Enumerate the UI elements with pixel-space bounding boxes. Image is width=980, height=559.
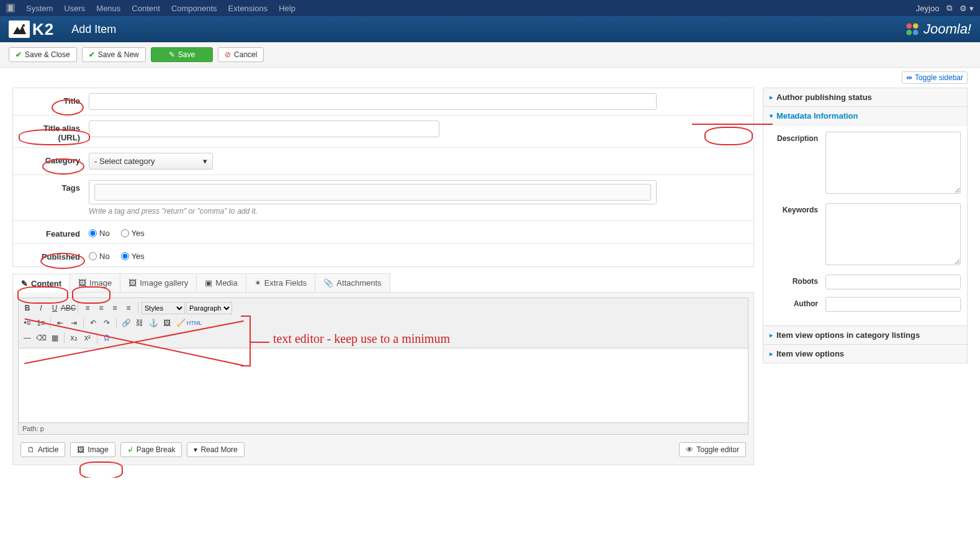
- cleanup-button[interactable]: 🧹: [174, 317, 187, 329]
- accordion-item-view[interactable]: ▸Item view options: [763, 345, 967, 363]
- category-select[interactable]: - Select category▾: [89, 153, 213, 170]
- pagebreak-button[interactable]: ↲Page Break: [120, 442, 182, 457]
- underline-button[interactable]: U: [48, 302, 61, 314]
- tab-image[interactable]: 🖼Image: [70, 273, 120, 292]
- bullet-list-button[interactable]: •≡: [21, 317, 34, 329]
- editor-body[interactable]: [18, 348, 748, 423]
- accordion-metadata[interactable]: ▾Metadata Information: [763, 107, 967, 125]
- page-title: Add Item: [71, 23, 116, 36]
- undo-button[interactable]: ↶: [87, 317, 99, 329]
- sidebar: ▸Author publishing status ▾Metadata Info…: [763, 88, 968, 465]
- nav-content[interactable]: Content: [132, 4, 160, 13]
- published-no-radio[interactable]: No: [89, 252, 110, 261]
- accordion-author-publishing[interactable]: ▸Author publishing status: [763, 88, 967, 106]
- save-button[interactable]: ✎Save: [151, 47, 213, 62]
- redo-button[interactable]: ↷: [101, 317, 113, 329]
- file-icon: 🗋: [27, 445, 35, 454]
- accordion-item-view-cat[interactable]: ▸Item view options in category listings: [763, 326, 967, 344]
- image-button[interactable]: 🖼Image: [70, 442, 115, 457]
- joomla-icon-small: [6, 4, 15, 12]
- nav-menus[interactable]: Menus: [96, 4, 120, 13]
- paperclip-icon: 📎: [323, 278, 333, 288]
- svg-point-4: [906, 23, 912, 29]
- eye-icon: 👁: [686, 445, 693, 454]
- title-input[interactable]: [89, 93, 657, 110]
- align-right-button[interactable]: ≡: [109, 302, 121, 314]
- published-label: Published: [20, 249, 89, 261]
- bold-button[interactable]: B: [21, 302, 34, 314]
- save-new-button[interactable]: ✔Save & New: [82, 47, 146, 62]
- number-list-button[interactable]: 1≡: [35, 317, 47, 329]
- header-bar: K2 Add Item Joomla!: [0, 16, 980, 42]
- readmore-button[interactable]: ▾Read More: [187, 442, 244, 457]
- hr-button[interactable]: —: [21, 332, 34, 344]
- joomla-brand: Joomla!: [904, 20, 971, 38]
- tab-extra-fields[interactable]: ✶Extra Fields: [246, 273, 316, 292]
- table-button[interactable]: ▦: [48, 332, 61, 344]
- k2-logo-text: K2: [32, 20, 54, 39]
- styles-select[interactable]: Styles: [142, 302, 185, 314]
- nav-users[interactable]: Users: [64, 4, 85, 13]
- article-button[interactable]: 🗋Article: [20, 442, 65, 457]
- joomla-logo-icon: [904, 20, 921, 38]
- toggle-sidebar-button[interactable]: ⇹Toggle sidebar: [902, 71, 968, 84]
- nav-system[interactable]: System: [26, 4, 53, 13]
- featured-yes-radio[interactable]: Yes: [121, 229, 145, 238]
- nav-extensions[interactable]: Extensions: [228, 4, 268, 13]
- nav-components[interactable]: Components: [171, 4, 217, 13]
- unlink-button[interactable]: ⛓: [133, 317, 146, 329]
- featured-no-radio[interactable]: No: [89, 229, 110, 238]
- k2-logo: K2: [9, 20, 54, 39]
- content-tabs: ✎Content 🖼Image 🖾Image gallery ▣Media ✶E…: [12, 273, 754, 293]
- align-left-button[interactable]: ≡: [81, 302, 94, 314]
- html-button[interactable]: HTML: [188, 317, 200, 329]
- editor-path: Path: p: [18, 423, 748, 435]
- chevron-down-icon: ▾: [194, 445, 197, 454]
- outdent-button[interactable]: ⇤: [54, 317, 66, 329]
- toggle-editor-button[interactable]: 👁Toggle editor: [679, 442, 746, 457]
- remove-format-button[interactable]: ⌫: [35, 332, 47, 344]
- nav-help[interactable]: Help: [279, 4, 295, 13]
- align-center-button[interactable]: ≡: [95, 302, 107, 314]
- superscript-button[interactable]: x²: [81, 332, 94, 344]
- caret-right-icon: ▸: [770, 94, 773, 101]
- joomla-brand-text: Joomla!: [924, 21, 971, 37]
- media-icon: ▣: [205, 278, 212, 288]
- tab-content[interactable]: ✎Content: [12, 274, 70, 293]
- insert-image-button[interactable]: 🖼: [161, 317, 173, 329]
- paragraph-select[interactable]: Paragraph: [186, 302, 232, 314]
- meta-description-label: Description: [770, 132, 825, 196]
- meta-description-input[interactable]: [825, 132, 961, 194]
- italic-button[interactable]: I: [35, 302, 47, 314]
- gear-icon[interactable]: ⚙ ▾: [960, 4, 974, 13]
- svg-point-3: [22, 24, 25, 27]
- alias-input[interactable]: [89, 120, 439, 137]
- tags-box[interactable]: [89, 180, 657, 204]
- special-char-button[interactable]: Ω: [101, 332, 113, 344]
- external-link-icon[interactable]: ⧉: [946, 3, 952, 13]
- meta-robots-input[interactable]: [825, 275, 961, 289]
- user-label[interactable]: Jeyjoo: [916, 4, 940, 13]
- meta-keywords-input[interactable]: [825, 203, 961, 265]
- published-yes-radio[interactable]: Yes: [121, 252, 145, 261]
- link-button[interactable]: 🔗: [120, 317, 132, 329]
- check-icon: ✔: [89, 50, 95, 59]
- tab-attachments[interactable]: 📎Attachments: [315, 273, 390, 292]
- align-justify-button[interactable]: ≡: [122, 302, 135, 314]
- svg-point-7: [913, 30, 919, 35]
- subscript-button[interactable]: x₂: [68, 332, 80, 344]
- indent-button[interactable]: ⇥: [68, 317, 80, 329]
- strikethrough-button[interactable]: ABC: [62, 302, 74, 314]
- tags-input[interactable]: [94, 184, 651, 201]
- image-icon: 🖼: [77, 445, 84, 454]
- check-icon: ✔: [16, 50, 22, 59]
- top-navbar: System Users Menus Content Components Ex…: [0, 0, 980, 16]
- tab-image-gallery[interactable]: 🖾Image gallery: [120, 273, 197, 292]
- tags-label: Tags: [20, 180, 89, 193]
- cancel-button[interactable]: ⊘Cancel: [218, 47, 264, 62]
- tab-media[interactable]: ▣Media: [196, 273, 246, 292]
- anchor-button[interactable]: ⚓: [147, 317, 160, 329]
- editor-wrap: B I U ABC ≡ ≡ ≡ ≡ Styles Paragraph •≡ 1≡: [12, 293, 754, 465]
- save-close-button[interactable]: ✔Save & Close: [9, 47, 77, 62]
- meta-author-input[interactable]: [825, 297, 961, 312]
